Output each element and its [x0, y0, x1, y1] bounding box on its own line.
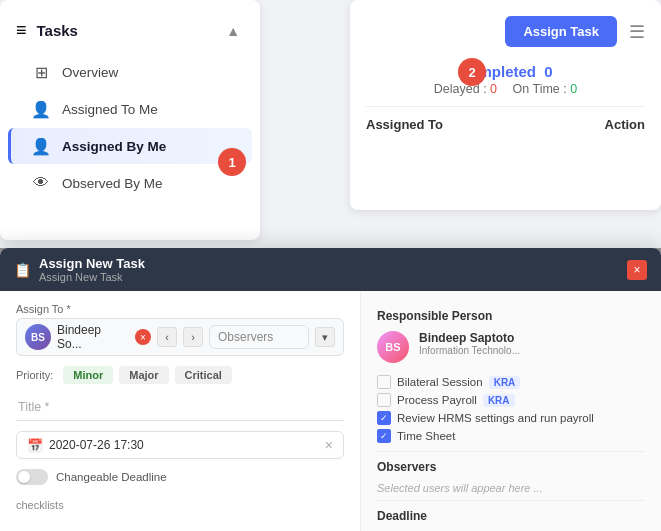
modal-left-panel: Assign To * BS Bindeep So... × ‹ › Obser… — [0, 291, 361, 531]
responsible-person-role: Information Technolo... — [419, 345, 645, 356]
priority-label: Priority: — [16, 369, 53, 381]
badge-1: 1 — [218, 148, 246, 176]
eye-icon: 👁 — [32, 174, 50, 192]
kra-item-3: ✓ Time Sheet — [377, 427, 645, 445]
tasks-icon: ≡ — [16, 20, 27, 41]
filter-icon[interactable]: ☰ — [629, 21, 645, 43]
sidebar-item-label: Assigned By Me — [62, 139, 166, 154]
sidebar-header: ≡ Tasks ▲ — [0, 12, 260, 53]
observers-dropdown-button[interactable]: ▾ — [315, 327, 335, 347]
responsible-person-row: BS Bindeep Saptoto Information Technolo.… — [377, 331, 645, 363]
sidebar-item-assigned-by-me[interactable]: 👤 Assigned By Me — [8, 128, 252, 164]
checklists-label: checklists — [16, 499, 64, 511]
modal-body: Assign To * BS Bindeep So... × ‹ › Obser… — [0, 291, 661, 531]
deadline-row: 📅 2020-07-26 17:30 × — [16, 431, 344, 459]
observers-title: Observers — [377, 460, 645, 474]
title-input[interactable] — [16, 394, 344, 421]
deadline-value: 2020-07-26 17:30 — [49, 438, 319, 452]
responsible-person-title: Responsible Person — [377, 309, 645, 323]
sidebar-item-assigned-to-me[interactable]: 👤 Assigned To Me — [8, 91, 252, 127]
kra-tag-1: KRA — [483, 394, 515, 407]
modal-titlebar: 📋 Assign New Task Assign New Task × — [0, 248, 661, 291]
kra-checkbox-1[interactable] — [377, 393, 391, 407]
sidebar-item-label: Assigned To Me — [62, 102, 158, 117]
assign-to-form-row: Assign To * BS Bindeep So... × ‹ › Obser… — [16, 303, 344, 356]
assign-task-button[interactable]: Assign Task — [505, 16, 617, 47]
kra-checkbox-3[interactable]: ✓ — [377, 429, 391, 443]
kra-checkbox-0[interactable] — [377, 375, 391, 389]
kra-label-3: Time Sheet — [397, 430, 455, 442]
remove-assignee-button[interactable]: × — [135, 329, 151, 345]
title-form-row — [16, 394, 344, 421]
table-header: Assigned To Action — [366, 106, 645, 132]
deadline-title: Deadline — [377, 509, 645, 523]
changeable-deadline-row: Changeable Deadline — [16, 469, 344, 485]
kra-tag-0: KRA — [489, 376, 521, 389]
badge-2: 2 — [458, 58, 486, 86]
col-action: Action — [506, 117, 646, 132]
kra-list: Bilateral Session KRA Process Payroll KR… — [377, 373, 645, 445]
kra-item-1: Process Payroll KRA — [377, 391, 645, 409]
kra-label-2: Review HRMS settings and run payroll — [397, 412, 594, 424]
main-panel-header: Assign Task ☰ — [366, 16, 645, 47]
sidebar-item-observed-by-me[interactable]: 👁 Observed By Me — [8, 165, 252, 201]
task-icon: 📋 — [14, 262, 31, 278]
modal-close-button[interactable]: × — [627, 260, 647, 280]
assignee-avatar: BS — [25, 324, 51, 350]
priority-row: Priority: Minor Major Critical — [16, 366, 344, 384]
responsible-person-name: Bindeep Saptoto — [419, 331, 645, 345]
col-assigned-to: Assigned To — [366, 117, 506, 132]
completed-stats: Completed 0 — [366, 63, 645, 80]
assignee-name: Bindeep So... — [57, 323, 129, 351]
kra-item-2: ✓ Review HRMS settings and run payroll — [377, 409, 645, 427]
observers-field[interactable]: Observers — [209, 325, 309, 349]
sidebar-item-overview[interactable]: ⊞ Overview — [8, 54, 252, 90]
main-panel: Assign Task ☰ Completed 0 Delayed : 0 On… — [350, 0, 661, 210]
next-arrow-button[interactable]: › — [183, 327, 203, 347]
observers-placeholder: Selected users will appear here ... — [377, 482, 645, 494]
observers-section: Observers Selected users will appear her… — [377, 460, 645, 494]
stats-detail: Delayed : 0 On Time : 0 — [366, 82, 645, 96]
checklists-row: checklists — [16, 495, 344, 513]
overview-icon: ⊞ — [32, 63, 50, 81]
assign-to-row: BS Bindeep So... × ‹ › Observers ▾ — [16, 318, 344, 356]
sidebar: ≡ Tasks ▲ ⊞ Overview 👤 Assigned To Me 👤 … — [0, 0, 260, 240]
kra-label-1: Process Payroll — [397, 394, 477, 406]
user-icon: 👤 — [32, 100, 50, 118]
priority-minor-button[interactable]: Minor — [63, 366, 113, 384]
deadline-section: Deadline July 26, 2020 in 7 days 5:30 pm — [377, 509, 645, 531]
kra-label-0: Bilateral Session — [397, 376, 483, 388]
sidebar-title: Tasks — [37, 22, 78, 39]
prev-arrow-button[interactable]: ‹ — [157, 327, 177, 347]
modal-right-panel: Responsible Person BS Bindeep Saptoto In… — [361, 291, 661, 531]
modal-title: Assign New Task — [39, 256, 145, 271]
assign-task-modal: 📋 Assign New Task Assign New Task × Assi… — [0, 248, 661, 531]
chevron-up-icon: ▲ — [226, 23, 240, 39]
changeable-deadline-toggle[interactable] — [16, 469, 48, 485]
calendar-icon: 📅 — [27, 438, 43, 453]
sidebar-item-label: Observed By Me — [62, 176, 163, 191]
responsible-person-avatar: BS — [377, 331, 409, 363]
modal-subtitle: Assign New Task — [39, 271, 145, 283]
priority-critical-button[interactable]: Critical — [175, 366, 232, 384]
stats-row: Completed 0 Delayed : 0 On Time : 0 — [366, 63, 645, 96]
changeable-deadline-label: Changeable Deadline — [56, 471, 167, 483]
priority-major-button[interactable]: Major — [119, 366, 168, 384]
user-icon: 👤 — [32, 137, 50, 155]
deadline-clear-button[interactable]: × — [325, 437, 333, 453]
assign-to-label: Assign To * — [16, 303, 344, 315]
sidebar-item-label: Overview — [62, 65, 118, 80]
kra-checkbox-2[interactable]: ✓ — [377, 411, 391, 425]
kra-item-0: Bilateral Session KRA — [377, 373, 645, 391]
